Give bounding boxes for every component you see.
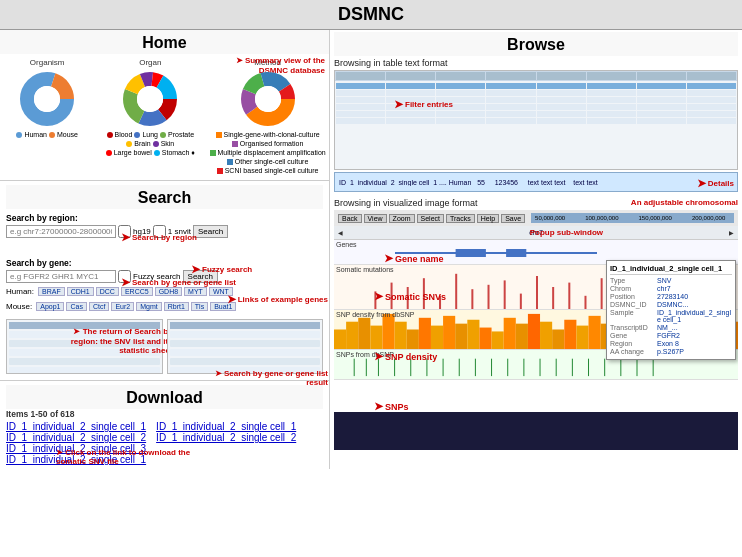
home-title: Home — [0, 30, 329, 54]
organ-chart: Organ — [103, 58, 198, 156]
svg-rect-26 — [471, 289, 473, 309]
gene-link-mouse-6[interactable]: Tls — [191, 302, 208, 311]
gene-link-mouse-5[interactable]: Rbrt1 — [164, 302, 189, 311]
organ-legend-blood: Blood — [107, 131, 133, 138]
coord-1: 100,000,000 — [585, 215, 618, 221]
region-annotation: ➤ Search by region — [121, 231, 197, 244]
svg-rect-48 — [479, 328, 491, 349]
svg-rect-28 — [504, 280, 506, 309]
home-section: Home ➤ Summary view of the DSMNC databas… — [0, 30, 329, 181]
gene-link-mouse-0[interactable]: Apop1 — [36, 302, 64, 311]
human-gene-links: BRAF CDH1 DCC ERCC5 GDH8 MYT WNT — [38, 287, 233, 296]
svg-rect-46 — [455, 324, 467, 349]
popup-title: ID_1_individual_2_single cell_1 — [610, 264, 732, 275]
gene-link-mouse-3[interactable]: Eur2 — [111, 302, 134, 311]
organ-legend-brain: Brain — [126, 140, 150, 147]
search-section: Search Search by region: hg19 1 snvit Se… — [0, 181, 329, 381]
table-browse-label: Browsing in table text format — [334, 58, 738, 68]
organ-legend-skin: Skin — [153, 140, 175, 147]
gene-link-myt[interactable]: MYT — [184, 287, 207, 296]
svg-rect-40 — [382, 314, 394, 349]
svg-rect-29 — [520, 294, 522, 309]
svg-rect-32 — [568, 283, 570, 309]
gene-link-dcc[interactable]: DCC — [96, 287, 119, 296]
download-item-1[interactable]: ID_1_individual_2_single cell_2 — [6, 432, 146, 443]
example-annotation: ➤ Links of example genes — [227, 293, 328, 306]
coord-0: 50,000,000 — [535, 215, 565, 221]
gb-btn-tracks[interactable]: Tracks — [446, 214, 475, 223]
svg-point-16 — [255, 86, 281, 112]
home-charts: Organism Human — [0, 54, 329, 176]
gene-name-annotation: ➤ Gene name — [384, 252, 444, 265]
region-search-button[interactable]: Search — [193, 225, 228, 238]
gb-btn-view[interactable]: View — [364, 214, 387, 223]
svg-rect-31 — [552, 287, 554, 309]
svg-rect-34 — [601, 278, 603, 309]
svg-rect-51 — [516, 324, 528, 349]
snps-annotation: ➤ SNPs — [374, 400, 409, 413]
svg-rect-43 — [419, 318, 431, 349]
method-donut — [238, 69, 298, 129]
browse-section: Browse Browsing in table text format — [330, 30, 742, 452]
organ-legend-large-bowel: Large bowel — [106, 149, 152, 156]
popup-annotation: Popup sub-window — [530, 228, 603, 238]
method-legend-1: Single-gene-with-clonal-culture — [216, 131, 320, 138]
svg-rect-27 — [488, 285, 490, 309]
gb-btn-help[interactable]: Help — [477, 214, 499, 223]
svg-rect-47 — [467, 320, 479, 349]
gene-input[interactable] — [6, 270, 116, 283]
method-legend-4: Other single-cell culture — [227, 158, 309, 165]
organ-legend-stomach: Stomach ♦ — [154, 149, 195, 156]
gb-tracks: Genes Somatic mutations — [334, 240, 738, 412]
svg-rect-18 — [455, 249, 485, 257]
method-chart: Method — [223, 58, 313, 174]
region-label: Search by region: — [6, 213, 323, 223]
organ-legend-prostate: Prostate — [160, 131, 194, 138]
svg-rect-53 — [540, 322, 552, 349]
svg-rect-38 — [358, 318, 370, 349]
download-item-r1[interactable]: ID_1_individual_2_single cell_2 — [156, 432, 296, 443]
gene-link-ercc5[interactable]: ERCC5 — [121, 287, 153, 296]
gb-btn-select[interactable]: Select — [417, 214, 444, 223]
download-item-0[interactable]: ID_1_individual_2_single cell_1 — [6, 421, 146, 432]
svg-rect-25 — [455, 274, 457, 309]
download-item-r0[interactable]: ID_1_individual_2_single cell_1 — [156, 421, 296, 432]
gene-link-mouse-1[interactable]: Cas — [66, 302, 86, 311]
svg-rect-36 — [334, 330, 346, 350]
svg-rect-41 — [395, 322, 407, 349]
download-count: Items 1-50 of 618 — [6, 409, 323, 419]
gene-label: Search by gene: — [6, 258, 323, 268]
svg-rect-55 — [564, 320, 576, 349]
organism-chart: Organism Human — [16, 58, 78, 138]
fuzzy-annotation: ➤ Fuzzy search — [191, 263, 252, 276]
filter-annotation: ➤ Filter entries — [394, 98, 453, 111]
gene-link-braf[interactable]: BRAF — [38, 287, 65, 296]
snp-density-annotation: ➤ SNP density — [374, 350, 437, 363]
gene-link-mouse-2[interactable]: Ctcf — [89, 302, 109, 311]
svg-rect-42 — [407, 330, 419, 350]
gb-btn-save[interactable]: Save — [501, 214, 525, 223]
svg-rect-54 — [552, 330, 564, 350]
mouse-label: Mouse: — [6, 302, 32, 311]
download-annotation: ➤ Click on the link to download the soma… — [56, 448, 216, 467]
svg-point-2 — [34, 86, 60, 112]
gb-btn-zoom[interactable]: Zoom — [389, 214, 415, 223]
method-legend-3: Multiple displacement amplification — [210, 149, 326, 156]
svg-rect-39 — [370, 326, 382, 349]
svg-rect-30 — [536, 276, 538, 309]
search-title: Search — [6, 185, 323, 209]
coord-2: 150,000,000 — [639, 215, 672, 221]
gene-link-mouse-4[interactable]: Mgmt — [136, 302, 162, 311]
download-section: Download Items 1-50 of 618 ID_1_individu… — [0, 381, 329, 469]
gene-link-gdh8[interactable]: GDH8 — [155, 287, 182, 296]
svg-rect-50 — [504, 318, 516, 349]
region-input[interactable] — [6, 225, 116, 238]
organism-legend-human: Human — [16, 131, 47, 138]
gene-link-cdh1[interactable]: CDH1 — [67, 287, 94, 296]
svg-rect-57 — [589, 316, 601, 349]
svg-rect-52 — [528, 314, 540, 349]
gb-btn-back[interactable]: Back — [338, 214, 362, 223]
browse-title: Browse — [334, 32, 738, 56]
svg-rect-19 — [506, 249, 526, 257]
gene-result-table — [167, 319, 324, 374]
